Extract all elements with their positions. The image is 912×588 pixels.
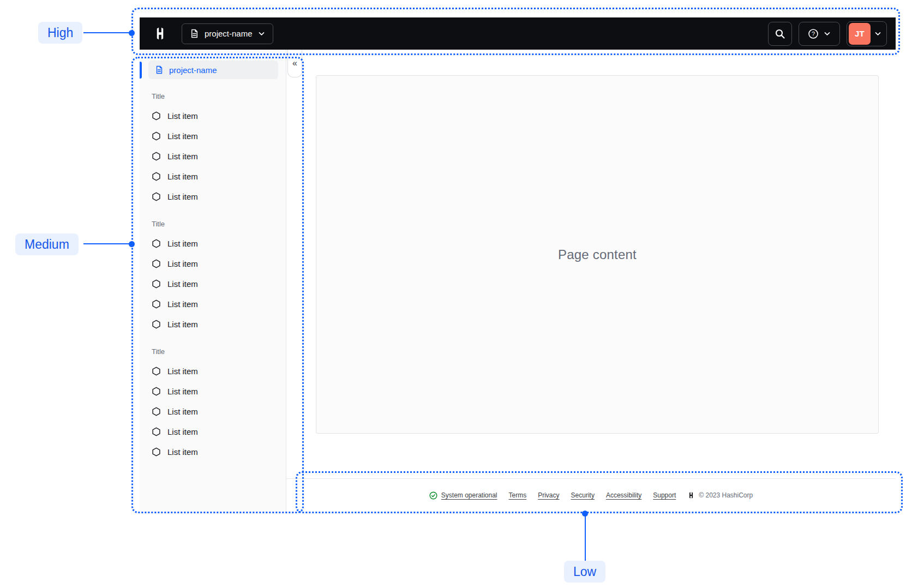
project-switcher-label: project-name [205, 29, 253, 38]
sidebar-nav: Title List item List item List item List… [140, 79, 286, 462]
app-footer: System operational Terms Privacy Securit… [286, 478, 896, 512]
sidebar-list-item-label: List item [167, 387, 198, 396]
page-content-label: Page content [558, 247, 637, 262]
sidebar-list-item[interactable]: List item [152, 442, 286, 462]
annotation-dot-medium [129, 241, 135, 247]
hexagon-icon [152, 320, 161, 329]
footer-link[interactable]: Terms [509, 491, 527, 499]
hashicorp-logo-icon [153, 26, 167, 41]
page-content-placeholder: Page content [316, 75, 879, 434]
sidebar-section-title: Title [152, 87, 286, 106]
annotation-label-low: Low [564, 561, 605, 583]
sidebar-list-item[interactable]: List item [152, 381, 286, 401]
sidebar-list-item[interactable]: List item [152, 106, 286, 126]
hexagon-icon [152, 192, 161, 201]
annotation-connector-high [83, 32, 131, 33]
footer-link[interactable]: Accessibility [606, 491, 641, 499]
annotation-label-medium: Medium [15, 233, 79, 255]
sidebar-list-item-label: List item [167, 131, 198, 141]
sidebar-list-item-label: List item [167, 152, 198, 161]
hexagon-icon [152, 299, 161, 309]
navbar-right-group: ? JT [768, 21, 887, 46]
sidebar-list-item-label: List item [167, 239, 198, 248]
sidebar-list-item-label: List item [167, 427, 198, 436]
hexagon-icon [152, 152, 161, 161]
hexagon-icon [152, 111, 161, 121]
help-circle-icon: ? [808, 28, 819, 39]
sidebar-list-item-label: List item [167, 259, 198, 268]
chevron-double-left-icon: « [292, 58, 297, 68]
sidebar-section-title: Title [152, 214, 286, 233]
sidebar-list-item-label: List item [167, 192, 198, 201]
hexagon-icon [152, 427, 161, 436]
document-icon [155, 65, 164, 74]
sidebar-list-item-label: List item [167, 172, 198, 181]
sidebar-list-item[interactable]: List item [152, 422, 286, 442]
annotation-dot-low [582, 511, 588, 517]
sidebar-collapse-button[interactable]: « [287, 50, 302, 77]
project-switcher-button[interactable]: project-name [182, 23, 273, 44]
sidebar-list-item-label: List item [167, 279, 198, 289]
sidebar-list-item[interactable]: List item [152, 166, 286, 187]
hexagon-icon [152, 367, 161, 376]
hexagon-icon [152, 259, 161, 268]
hexagon-icon [152, 407, 161, 416]
sidebar-list-item[interactable]: List item [152, 294, 286, 314]
sidebar-section: Title List item List item List item List… [152, 342, 286, 462]
annotation-label-high: High [38, 22, 82, 44]
sidebar-section-title: Title [152, 342, 286, 361]
sidebar-list-item[interactable]: List item [152, 146, 286, 166]
help-menu-button[interactable]: ? [799, 22, 840, 46]
sidebar-item-project-name[interactable]: project-name [148, 61, 278, 79]
sidebar-list-item-label: List item [167, 367, 198, 376]
search-button[interactable] [768, 22, 792, 46]
footer-content: System operational Terms Privacy Securit… [429, 491, 753, 500]
footer-copyright: © 2023 HashiCorp [687, 491, 753, 499]
hexagon-icon [152, 387, 161, 396]
sidebar-list-item-label: List item [167, 447, 198, 457]
active-item-indicator [140, 62, 142, 79]
hexagon-icon [152, 279, 161, 289]
annotation-connector-medium [83, 243, 131, 244]
svg-text:?: ? [812, 31, 815, 37]
footer-link[interactable]: Privacy [538, 491, 559, 499]
chevron-down-icon [258, 30, 265, 37]
sidebar-active-item-label: project-name [169, 65, 217, 75]
sidebar-list-item-label: List item [167, 299, 198, 309]
sidebar-list-item-label: List item [167, 111, 198, 121]
sidebar-list-item[interactable]: List item [152, 233, 286, 254]
status-check-icon [429, 491, 437, 500]
sidebar-section: Title List item List item List item List… [152, 214, 286, 334]
search-icon [775, 28, 785, 39]
top-navbar: project-name ? [140, 17, 896, 50]
copyright-text: © 2023 HashiCorp [699, 491, 753, 499]
navbar-left-group: project-name [153, 23, 273, 44]
sidebar-list-item[interactable]: List item [152, 187, 286, 207]
sidebar-list-item[interactable]: List item [152, 314, 286, 334]
hashicorp-logo-icon [687, 491, 695, 499]
chevron-down-icon [874, 30, 881, 37]
document-icon [190, 29, 199, 38]
hexagon-icon [152, 172, 161, 181]
sidebar: project-name Title List item List item L… [140, 50, 286, 512]
sidebar-list-item[interactable]: List item [152, 126, 286, 146]
footer-link[interactable]: Support [653, 491, 676, 499]
sidebar-list-item[interactable]: List item [152, 274, 286, 294]
hexagon-icon [152, 447, 161, 457]
sidebar-list-item[interactable]: List item [152, 254, 286, 274]
hexagon-icon [152, 239, 161, 248]
sidebar-section: Title List item List item List item List… [152, 87, 286, 207]
hexagon-icon [152, 131, 161, 141]
chevron-down-icon [824, 30, 831, 37]
user-menu-button[interactable]: JT [847, 21, 887, 46]
footer-link[interactable]: Security [571, 491, 595, 499]
sidebar-list-item[interactable]: List item [152, 361, 286, 381]
sidebar-list-item[interactable]: List item [152, 401, 286, 422]
sidebar-list-item-label: List item [167, 407, 198, 416]
user-avatar: JT [849, 23, 871, 45]
screenshot-canvas: project-name ? [0, 0, 912, 588]
system-status-label: System operational [441, 491, 497, 499]
system-status-link[interactable]: System operational [429, 491, 497, 500]
annotation-connector-low [585, 513, 586, 561]
sidebar-list-item-label: List item [167, 320, 198, 329]
